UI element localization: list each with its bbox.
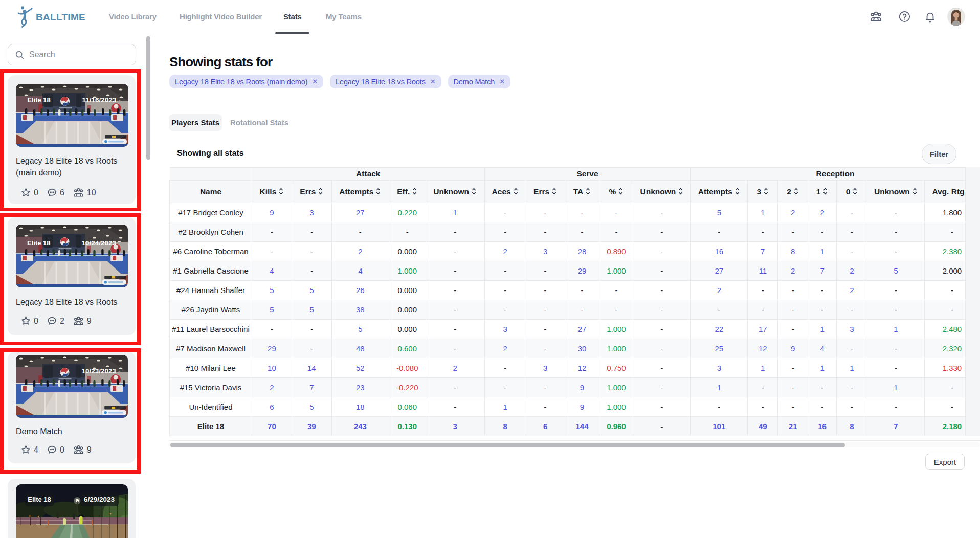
svg-text:6/29/2023: 6/29/2023: [84, 496, 115, 503]
svg-text:Elite 18: Elite 18: [28, 496, 51, 503]
